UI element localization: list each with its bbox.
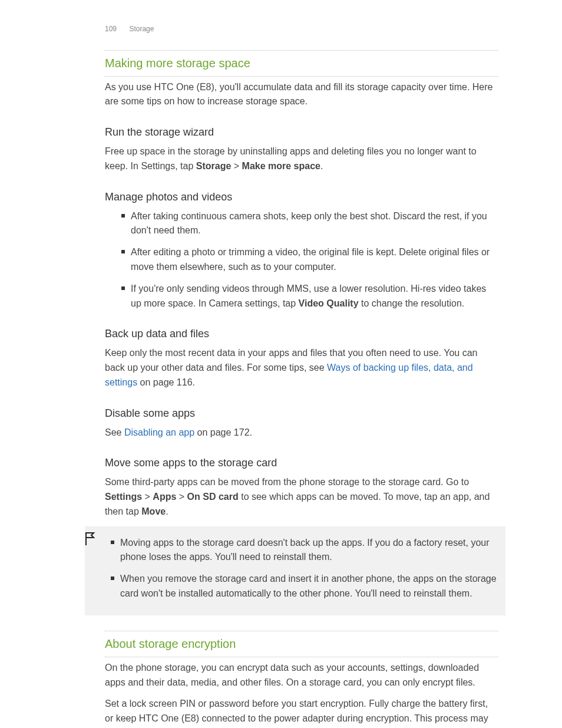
heading-run-wizard: Run the storage wizard bbox=[105, 124, 498, 141]
label-make-more-space: Make more space bbox=[242, 161, 320, 171]
note-list: Moving apps to the storage card doesn't … bbox=[105, 536, 498, 601]
wizard-paragraph: Free up space in the storage by uninstal… bbox=[105, 144, 498, 174]
label-video-quality: Video Quality bbox=[299, 298, 359, 308]
heading-making-more-storage: Making more storage space bbox=[105, 54, 498, 73]
document-page: 109 Storage Making more storage space As… bbox=[0, 0, 562, 728]
list-item: If you're only sending videos through MM… bbox=[105, 282, 498, 311]
encryption-paragraph-2: Set a lock screen PIN or password before… bbox=[105, 697, 498, 728]
heading-manage-photos: Manage photos and videos bbox=[105, 189, 498, 206]
list-item: After taking continuous camera shots, ke… bbox=[105, 209, 498, 239]
flag-icon bbox=[84, 531, 97, 551]
heading-move-apps: Move some apps to the storage card bbox=[105, 455, 498, 472]
disable-paragraph: See Disabling an app on page 172. bbox=[105, 426, 498, 440]
text-span: > bbox=[231, 161, 242, 171]
photos-list: After taking continuous camera shots, ke… bbox=[105, 209, 498, 311]
label-on-sd-card: On SD card bbox=[187, 492, 239, 502]
encryption-paragraph-1: On the phone storage, you can encrypt da… bbox=[105, 661, 498, 690]
note-block: Moving apps to the storage card doesn't … bbox=[85, 526, 505, 615]
list-item: After editing a photo or trimming a vide… bbox=[105, 245, 498, 275]
text-span: on page 116. bbox=[137, 377, 195, 387]
running-header: 109 Storage bbox=[105, 24, 498, 35]
text-span: See bbox=[105, 427, 124, 437]
text-span: Some third-party apps can be moved from … bbox=[105, 477, 469, 487]
label-apps: Apps bbox=[153, 492, 176, 502]
text-span: . bbox=[166, 506, 168, 516]
text-span: > bbox=[176, 492, 187, 502]
link-disabling-an-app[interactable]: Disabling an app bbox=[124, 427, 194, 437]
intro-paragraph: As you use HTC One (E8), you'll accumula… bbox=[105, 80, 498, 110]
section-name: Storage bbox=[129, 25, 154, 33]
text-span: to change the resolution. bbox=[359, 298, 465, 308]
list-item: When you remove the storage card and ins… bbox=[105, 572, 498, 601]
heading-about-storage-encryption: About storage encryption bbox=[105, 635, 498, 653]
list-item: Moving apps to the storage card doesn't … bbox=[105, 536, 498, 565]
section-divider bbox=[105, 50, 498, 51]
backup-paragraph: Keep only the most recent data in your a… bbox=[105, 346, 498, 390]
heading-backup: Back up data and files bbox=[105, 326, 498, 342]
text-span: . bbox=[320, 161, 323, 171]
page-number: 109 bbox=[105, 25, 117, 33]
label-settings: Settings bbox=[105, 492, 142, 502]
move-paragraph: Some third-party apps can be moved from … bbox=[105, 475, 498, 519]
label-move: Move bbox=[141, 506, 166, 516]
text-span: on page 172. bbox=[194, 427, 252, 437]
text-span: > bbox=[142, 492, 153, 502]
section-divider bbox=[105, 631, 498, 631]
section-divider bbox=[105, 76, 498, 77]
heading-disable-apps: Disable some apps bbox=[105, 406, 498, 422]
label-storage: Storage bbox=[196, 161, 232, 171]
section-divider bbox=[105, 657, 498, 657]
